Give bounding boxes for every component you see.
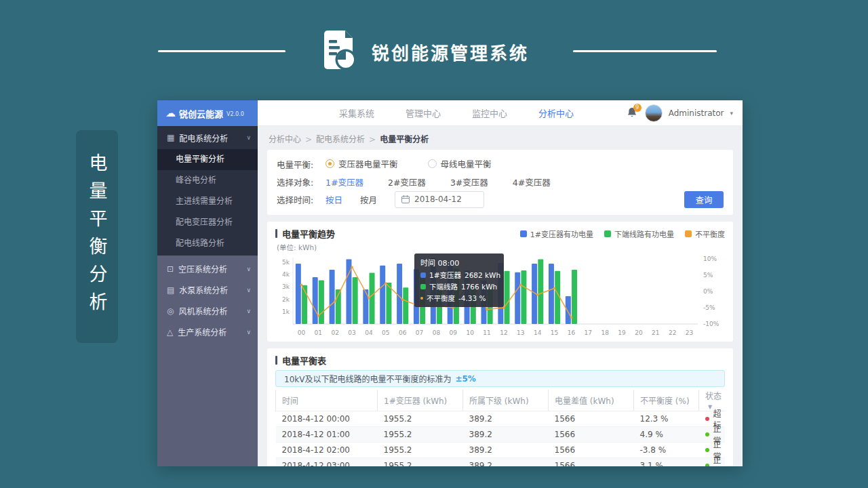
time-mode-0[interactable]: 按日 bbox=[326, 195, 342, 205]
svg-text:20: 20 bbox=[635, 329, 643, 336]
sidebar-group-distribution: ▦ 配电系统分析 ∨ 电量平衡分析峰谷电分析主进线需量分析配电变压器分析配电线路… bbox=[157, 126, 258, 256]
radio-option-1[interactable]: 母线电量平衡 bbox=[428, 157, 492, 170]
legend-swatch-orange bbox=[685, 230, 692, 237]
nav-item-1[interactable]: 管理中心 bbox=[406, 106, 441, 119]
cell-downstream: 389.2 bbox=[463, 427, 549, 443]
chevron-down-icon[interactable]: ▾ bbox=[730, 110, 733, 117]
tooltip-value: 1766 kWh bbox=[461, 283, 497, 291]
status-dot-icon bbox=[705, 448, 709, 452]
table-row[interactable]: 2018-4-12 01:001955.2389.215664.9 %正常 bbox=[276, 427, 726, 443]
sidebar-group-header-distribution[interactable]: ▦ 配电系统分析 ∨ bbox=[157, 126, 258, 149]
nav-item-2[interactable]: 监控中心 bbox=[472, 106, 507, 119]
app-logo-name: 锐创云能源 bbox=[179, 107, 223, 120]
legend-item-0[interactable]: 1#变压器有功电量 bbox=[520, 228, 593, 239]
svg-text:02: 02 bbox=[331, 329, 338, 336]
main-area: 采集系统管理中心监控中心分析中心 9 Administrator ▾ 分析中心>… bbox=[258, 100, 743, 466]
column-header-2[interactable]: 所属下级 (kWh) bbox=[463, 390, 549, 411]
column-header-0[interactable]: 时间 bbox=[276, 390, 378, 411]
header-rule-right bbox=[573, 50, 717, 52]
svg-text:18: 18 bbox=[601, 329, 609, 336]
svg-text:-5%: -5% bbox=[703, 304, 715, 311]
user-area: 9 Administrator ▾ bbox=[627, 104, 733, 122]
sidebar-group-1[interactable]: ▤水泵系统分析∨ bbox=[157, 279, 258, 300]
svg-text:15: 15 bbox=[551, 329, 558, 336]
legend-item-1[interactable]: 下端线路有功电量 bbox=[604, 228, 674, 239]
notification-badge: 9 bbox=[633, 104, 642, 112]
column-header-1[interactable]: 1#变压器 (kWh) bbox=[378, 390, 463, 411]
radio-icon bbox=[428, 159, 437, 168]
time-mode-1[interactable]: 按月 bbox=[360, 195, 377, 205]
sidebar-item-0[interactable]: 电量平衡分析 bbox=[157, 149, 258, 170]
svg-text:1k: 1k bbox=[282, 308, 290, 315]
time-label: 选择时间: bbox=[277, 193, 326, 206]
sidebar-group-0[interactable]: ⊡空压系统分析∨ bbox=[157, 258, 258, 279]
cell-unbalance: -3.8 % bbox=[634, 443, 699, 458]
sidebar-group-3[interactable]: △生产系统分析∨ bbox=[157, 321, 258, 342]
notification-bell[interactable]: 9 bbox=[627, 107, 639, 119]
sidebar-item-1[interactable]: 峰谷电分析 bbox=[157, 170, 258, 191]
cell-transformer: 1955.2 bbox=[378, 443, 463, 458]
date-picker[interactable]: 2018-04-12 bbox=[395, 191, 484, 208]
svg-text:01: 01 bbox=[315, 329, 322, 336]
chart-plot-area[interactable]: 5k4k3k2k1k10%5%0%-5%-10%0001020304050607… bbox=[275, 253, 725, 340]
table-row[interactable]: 2018-4-12 02:001955.2389.21566-3.8 %正常 bbox=[276, 443, 726, 458]
orange-circle bbox=[420, 297, 423, 300]
sidebar-group-2[interactable]: ◎风机系统分析∨ bbox=[157, 300, 258, 321]
content-area: 分析中心>配电系统分析>电量平衡分析 电量平衡: 变压器电量平衡母线电量平衡 选… bbox=[258, 126, 743, 466]
legend-swatch bbox=[604, 230, 611, 237]
pump-icon: ▤ bbox=[167, 285, 174, 295]
object-option-3[interactable]: 4#变压器 bbox=[513, 178, 551, 188]
svg-text:23: 23 bbox=[686, 329, 693, 336]
sort-caret-icon[interactable]: ▼ bbox=[708, 404, 712, 410]
column-header-4[interactable]: 不平衡度 (%) bbox=[634, 390, 699, 411]
production-icon: △ bbox=[167, 327, 173, 337]
object-option-2[interactable]: 3#变压器 bbox=[450, 178, 488, 188]
sidebar-item-3[interactable]: 配电变压器分析 bbox=[157, 212, 258, 233]
radio-option-0[interactable]: 变压器电量平衡 bbox=[326, 157, 398, 170]
nav-item-0[interactable]: 采集系统 bbox=[339, 106, 374, 119]
table-row[interactable]: 2018-4-12 03:001955.2389.215663.1 %正常 bbox=[276, 458, 726, 467]
svg-text:-10%: -10% bbox=[703, 321, 719, 327]
sidebar-item-2[interactable]: 主进线需量分析 bbox=[157, 191, 258, 212]
title-marker bbox=[275, 229, 277, 238]
avatar[interactable] bbox=[645, 104, 663, 122]
legend-swatch bbox=[520, 230, 527, 237]
tooltip-value: 2682 kWh bbox=[465, 271, 500, 279]
svg-text:08: 08 bbox=[433, 329, 441, 336]
app-version: V2.0.0 bbox=[226, 111, 244, 117]
vertical-title-text: 电量平衡分析 bbox=[84, 153, 111, 320]
sidebar-item-4[interactable]: 配电线路分析 bbox=[157, 233, 258, 254]
object-option-0[interactable]: 1#变压器 bbox=[326, 178, 363, 188]
tooltip-row-2: 不平衡度 -4.33 % bbox=[420, 293, 498, 303]
object-option-1[interactable]: 2#变压器 bbox=[388, 178, 426, 188]
column-header-3[interactable]: 电量差值 (kWh) bbox=[549, 390, 634, 411]
tooltip-series-name: 不平衡度 bbox=[427, 293, 455, 303]
blue-square bbox=[420, 272, 426, 278]
legend-item-2[interactable]: 不平衡度 bbox=[685, 228, 725, 239]
svg-text:10%: 10% bbox=[703, 256, 717, 262]
breadcrumb-item-2: 电量平衡分析 bbox=[380, 135, 429, 144]
balance-table: 时间1#变压器 (kWh)所属下级 (kWh)电量差值 (kWh)不平衡度 (%… bbox=[275, 390, 725, 466]
svg-text:17: 17 bbox=[585, 329, 592, 336]
sidebar-group-label: 空压系统分析 bbox=[178, 263, 227, 274]
object-label: 选择对象: bbox=[277, 176, 326, 188]
breadcrumb-item-0[interactable]: 分析中心 bbox=[269, 135, 301, 144]
breadcrumb-item-1[interactable]: 配电系统分析 bbox=[316, 135, 365, 144]
title-marker bbox=[275, 356, 277, 365]
cell-diff: 1566 bbox=[549, 427, 634, 443]
table-row[interactable]: 2018-4-12 00:001955.2389.2156612.3 %超标 bbox=[276, 411, 726, 427]
notice-threshold: ±5% bbox=[455, 374, 475, 384]
cell-time: 2018-4-12 03:00 bbox=[276, 458, 378, 467]
cloud-icon: ☁ bbox=[165, 108, 176, 119]
chevron-down-icon: ∨ bbox=[246, 134, 251, 141]
chevron-down-icon: ∨ bbox=[246, 266, 251, 272]
table-title: 电量平衡表 bbox=[282, 354, 326, 367]
sidebar-group-label: 水泵系统分析 bbox=[179, 284, 228, 296]
legend-label: 不平衡度 bbox=[695, 228, 725, 239]
app-logo[interactable]: ☁ 锐创云能源 V2.0.0 bbox=[157, 100, 258, 126]
chevron-down-icon: ∨ bbox=[246, 287, 251, 293]
query-button[interactable]: 查询 bbox=[684, 191, 724, 208]
nav-item-3[interactable]: 分析中心 bbox=[538, 106, 574, 119]
cell-diff: 1566 bbox=[549, 411, 634, 427]
status-dot-icon bbox=[705, 464, 709, 466]
